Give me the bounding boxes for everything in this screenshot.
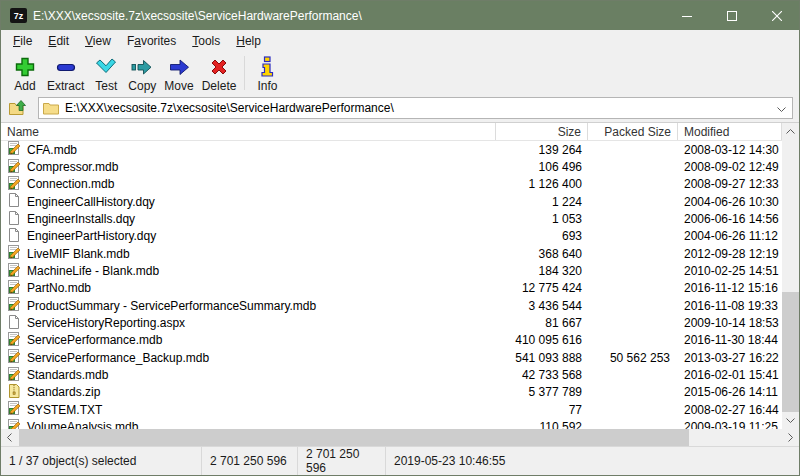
menu-help[interactable]: Help: [228, 31, 269, 51]
file-size: 42 733 568: [496, 368, 588, 382]
table-row[interactable]: MachineLife - Blank.mdb184 3202010-02-25…: [1, 262, 782, 279]
status-total-size: 2 701 250 596: [201, 447, 297, 475]
move-arrow-icon: [167, 55, 191, 79]
file-size: 693: [496, 229, 588, 243]
table-row[interactable]: ProductSummary - ServicePerformanceSumma…: [1, 297, 782, 314]
file-modified: 2009-10-14 18:53: [678, 316, 782, 330]
column-header-modified[interactable]: Modified: [678, 123, 782, 140]
address-combo[interactable]: E:\XXX\xecsosite.7z\xecsosite\ServiceHar…: [38, 97, 793, 119]
table-row[interactable]: Connection.mdb1 126 4002008-09-27 12:33: [1, 176, 782, 193]
maximize-icon: [727, 11, 737, 21]
table-row[interactable]: ServiceHistoryReporting.aspx81 6672009-1…: [1, 314, 782, 331]
menu-tools[interactable]: Tools: [184, 31, 228, 51]
minimize-button[interactable]: [664, 1, 709, 30]
file-name: VolumeAnalysis.mdb: [27, 420, 138, 429]
column-header-size[interactable]: Size: [496, 123, 588, 140]
move-button[interactable]: Move: [160, 54, 197, 94]
file-modified: 2016-11-30 18:44: [678, 333, 782, 347]
scroll-down-button[interactable]: [782, 412, 799, 429]
file-modified: 2008-09-27 12:33: [678, 177, 782, 191]
close-icon: [772, 11, 782, 21]
file-name: SYSTEM.TXT: [27, 403, 102, 417]
add-button[interactable]: Add: [7, 54, 43, 94]
menu-favorites[interactable]: Favorites: [119, 31, 184, 51]
file-size: 77: [496, 403, 588, 417]
file-size: 541 093 888: [496, 351, 588, 365]
file-name: LiveMIF Blank.mdb: [27, 247, 130, 261]
file-name: ServicePerformance_Backup.mdb: [27, 351, 209, 365]
table-row[interactable]: EngineerPartHistory.dqy6932004-06-26 11:…: [1, 228, 782, 245]
mdb-file-icon: [6, 262, 22, 281]
toolbar-button-label: Move: [164, 79, 193, 93]
file-name: EngineerPartHistory.dqy: [27, 229, 156, 243]
file-packed-size: 50 562 253: [588, 351, 678, 365]
vertical-scrollbar[interactable]: [782, 123, 799, 429]
mdb-file-icon: [6, 296, 22, 315]
copy-arrow-icon: [130, 55, 154, 79]
table-row[interactable]: ServicePerformance_Backup.mdb541 093 888…: [1, 349, 782, 366]
copy-button[interactable]: Copy: [124, 54, 160, 94]
file-modified: 2008-02-27 16:44: [678, 403, 782, 417]
file-name: EngineerCallHistory.dqy: [27, 195, 155, 209]
mdb-file-icon: [6, 141, 22, 159]
file-name: PartNo.mdb: [27, 281, 91, 295]
parent-folder-button[interactable]: [5, 96, 31, 120]
file-modified: 2013-03-27 16:22: [678, 351, 782, 365]
test-button[interactable]: Test: [88, 54, 124, 94]
file-size: 184 320: [496, 264, 588, 278]
7zip-window: 7z E:\XXX\xecsosite.7z\xecsosite\Service…: [0, 0, 800, 476]
menu-edit[interactable]: Edit: [40, 31, 77, 51]
file-size: 410 095 616: [496, 333, 588, 347]
scroll-left-button[interactable]: [1, 429, 18, 446]
table-row[interactable]: EngineerInstalls.dqy1 0532006-06-16 14:5…: [1, 210, 782, 227]
table-row[interactable]: EngineerCallHistory.dqy1 2242004-06-26 1…: [1, 193, 782, 210]
mdb-file-icon: [6, 244, 22, 263]
maximize-button[interactable]: [709, 1, 754, 30]
close-button[interactable]: [754, 1, 799, 30]
horizontal-scrollbar[interactable]: [1, 429, 799, 446]
toolbar-button-label: Add: [14, 79, 35, 93]
column-header-packed-size[interactable]: Packed Size: [588, 123, 678, 140]
table-row[interactable]: SYSTEM.TXT772008-02-27 16:44: [1, 401, 782, 418]
status-bar: 1 / 37 object(s) selected 2 701 250 596 …: [1, 446, 799, 475]
vertical-scrollbar-thumb[interactable]: [782, 292, 799, 412]
table-row[interactable]: Standards.zip5 377 7892015-06-26 14:11: [1, 384, 782, 401]
file-modified: 2012-09-28 12:19: [678, 247, 782, 261]
delete-button[interactable]: Delete: [198, 54, 241, 94]
mdb-file-icon: [6, 158, 22, 177]
delete-x-icon: [207, 55, 231, 79]
scroll-up-button[interactable]: [782, 123, 799, 140]
document-icon: [6, 210, 22, 229]
horizontal-scrollbar-thumb[interactable]: [19, 429, 689, 446]
table-row[interactable]: CFA.mdb139 2642008-03-12 14:30: [1, 141, 782, 158]
plus-icon: [13, 55, 37, 79]
document-icon: [6, 192, 22, 211]
file-size: 12 775 424: [496, 281, 588, 295]
file-modified: 2010-02-25 14:51: [678, 264, 782, 278]
zip-file-icon: [6, 383, 22, 402]
file-name: ProductSummary - ServicePerformanceSumma…: [27, 299, 316, 313]
table-row[interactable]: LiveMIF Blank.mdb368 6402012-09-28 12:19: [1, 245, 782, 262]
mdb-file-icon: [6, 418, 22, 429]
file-size: 3 436 544: [496, 299, 588, 313]
file-modified: 2004-06-26 11:12: [678, 229, 782, 243]
toolbar-button-label: Copy: [128, 79, 156, 93]
minimize-icon: [682, 11, 692, 21]
info-button[interactable]: Info: [249, 54, 285, 94]
table-row[interactable]: VolumeAnalysis.mdb110 5922009-03-19 11:2…: [1, 419, 782, 430]
table-row[interactable]: ServicePerformance.mdb410 095 6162016-11…: [1, 332, 782, 349]
menu-view[interactable]: View: [77, 31, 119, 51]
file-size: 368 640: [496, 247, 588, 261]
table-row[interactable]: Compressor.mdb106 4962008-09-02 12:49: [1, 158, 782, 175]
scroll-right-button[interactable]: [782, 429, 799, 446]
file-modified: 2016-11-12 15:16: [678, 281, 782, 295]
minus-icon: [54, 55, 78, 79]
menu-file[interactable]: File: [5, 31, 40, 51]
file-list-panel: Name Size Packed Size Modified CFA.mdb13…: [1, 122, 799, 446]
extract-button[interactable]: Extract: [43, 54, 88, 94]
table-row[interactable]: Standards.mdb42 733 5682016-02-01 15:41: [1, 366, 782, 383]
status-selection: 1 / 37 object(s) selected: [1, 447, 201, 475]
column-header-name[interactable]: Name: [1, 123, 496, 140]
table-row[interactable]: PartNo.mdb12 775 4242016-11-12 15:16: [1, 280, 782, 297]
chevron-down-icon[interactable]: [777, 101, 786, 115]
